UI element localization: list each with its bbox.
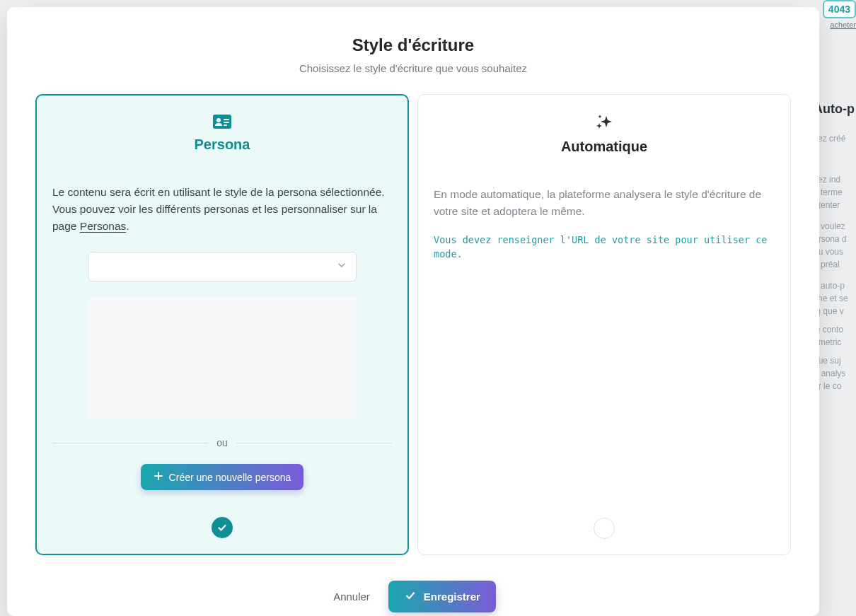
writing-style-modal: Style d'écriture Choisissez le style d'é…: [7, 7, 819, 616]
automatic-description: En mode automatique, la plateforme analy…: [434, 186, 775, 220]
id-card-icon: [212, 114, 232, 129]
automatic-card-title: Automatique: [561, 139, 647, 155]
persona-card-title: Persona: [195, 136, 250, 153]
background-panel: 4043 acheter Auto-p vez créé vez ind à t…: [814, 0, 856, 616]
modal-footer: Annuler Enregistrer: [35, 581, 791, 612]
bg-text: ersona d: [814, 233, 856, 245]
automatic-warning: Vous devez renseigner l'URL de votre sit…: [434, 233, 775, 262]
radio-off-icon: [594, 518, 615, 539]
option-cards: Persona Le contenu sera écrit en utilisa…: [35, 94, 791, 555]
automatic-card-header: Automatique: [434, 113, 775, 155]
bg-text: le conto: [814, 323, 856, 336]
cancel-button[interactable]: Annuler: [330, 583, 373, 610]
bg-text: vez créé: [814, 132, 856, 145]
bg-text: que suj: [814, 354, 856, 367]
svg-point-1: [216, 118, 221, 122]
svg-rect-3: [224, 122, 229, 123]
bg-text: che et se: [814, 292, 856, 305]
svg-rect-0: [213, 115, 231, 129]
bg-text: t tenter: [814, 199, 856, 211]
plus-icon: [154, 471, 163, 483]
divider-line: [52, 443, 208, 443]
persona-card[interactable]: Persona Le contenu sera écrit en utilisa…: [35, 94, 409, 555]
persona-card-header: Persona: [52, 114, 392, 153]
bg-text: s) que v: [814, 305, 856, 318]
divider-line: [236, 443, 392, 443]
save-label: Enregistrer: [424, 591, 480, 603]
or-divider: ou: [52, 437, 392, 448]
bg-text: A analys: [814, 367, 856, 380]
persona-desc-line2b: .: [126, 220, 129, 232]
modal-title: Style d'écriture: [35, 35, 791, 55]
persona-description: Le contenu sera écrit en utilisant le st…: [52, 184, 392, 235]
bg-heading: Auto-p: [814, 103, 856, 115]
create-persona-label: Créer une nouvelle persona: [169, 472, 291, 483]
bg-text: é préal: [814, 258, 856, 271]
bg-text: bu vous: [814, 245, 856, 258]
bg-text: vez ind: [814, 173, 856, 186]
bg-text: e voulez: [814, 220, 856, 233]
svg-rect-4: [224, 124, 227, 126]
credits-badge: 4043: [823, 0, 856, 18]
create-persona-button[interactable]: Créer une nouvelle persona: [141, 464, 304, 490]
persona-select[interactable]: [88, 252, 357, 281]
check-icon: [404, 589, 417, 604]
persona-selected-indicator: [212, 517, 233, 538]
personas-link[interactable]: Personas: [80, 220, 126, 232]
bg-text: à terme: [814, 186, 856, 199]
svg-rect-2: [224, 119, 229, 120]
automatic-card[interactable]: Automatique En mode automatique, la plat…: [417, 94, 791, 555]
sparkles-icon: [594, 113, 615, 132]
persona-select-wrap: [88, 252, 357, 281]
divider-text: ou: [216, 437, 228, 448]
modal-subtitle: Choisissez le style d'écriture que vous …: [35, 62, 791, 74]
persona-desc-line1: Le contenu sera écrit en utilisant le st…: [52, 186, 385, 198]
buy-link[interactable]: acheter: [830, 18, 856, 31]
bg-text: e auto-p: [814, 279, 856, 292]
automatic-unselected-indicator: [594, 518, 615, 539]
persona-preview: [88, 297, 357, 419]
bg-text: ometric: [814, 336, 856, 349]
check-circle-icon: [212, 517, 233, 538]
save-button[interactable]: Enregistrer: [388, 581, 496, 612]
bg-text: er le co: [814, 380, 856, 393]
